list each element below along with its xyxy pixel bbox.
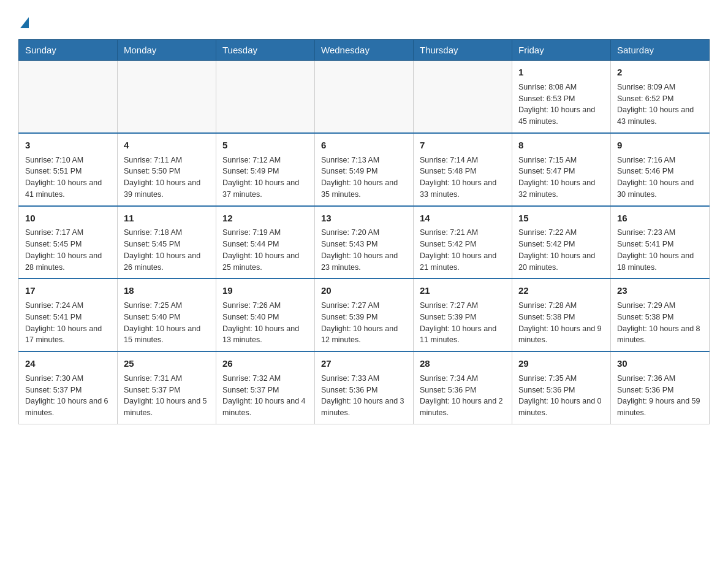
- calendar-day-cell: 30Sunrise: 7:36 AM Sunset: 5:36 PM Dayli…: [611, 351, 710, 424]
- day-sun-info: Sunrise: 7:23 AM Sunset: 5:41 PM Dayligh…: [617, 227, 703, 273]
- day-number: 2: [617, 66, 703, 79]
- day-sun-info: Sunrise: 7:10 AM Sunset: 5:51 PM Dayligh…: [25, 155, 111, 201]
- weekday-header-sunday: Sunday: [19, 40, 118, 61]
- day-number: 12: [222, 212, 308, 225]
- day-number: 26: [222, 357, 308, 370]
- day-sun-info: Sunrise: 7:24 AM Sunset: 5:41 PM Dayligh…: [25, 300, 111, 346]
- day-sun-info: Sunrise: 7:19 AM Sunset: 5:44 PM Dayligh…: [222, 227, 308, 273]
- calendar-day-cell: [19, 61, 118, 133]
- day-sun-info: Sunrise: 7:12 AM Sunset: 5:49 PM Dayligh…: [222, 155, 308, 201]
- calendar-day-cell: 11Sunrise: 7:18 AM Sunset: 5:45 PM Dayli…: [118, 206, 216, 279]
- weekday-header-wednesday: Wednesday: [315, 40, 414, 61]
- calendar-day-cell: [414, 61, 512, 133]
- calendar-day-cell: [216, 61, 315, 133]
- calendar-day-cell: 16Sunrise: 7:23 AM Sunset: 5:41 PM Dayli…: [611, 206, 710, 279]
- day-number: 8: [518, 139, 604, 152]
- calendar-day-cell: 18Sunrise: 7:25 AM Sunset: 5:40 PM Dayli…: [118, 278, 216, 351]
- weekday-header-tuesday: Tuesday: [216, 40, 315, 61]
- calendar-day-cell: 27Sunrise: 7:33 AM Sunset: 5:36 PM Dayli…: [315, 351, 414, 424]
- day-number: 10: [25, 212, 111, 225]
- day-sun-info: Sunrise: 7:29 AM Sunset: 5:38 PM Dayligh…: [617, 300, 703, 346]
- calendar-day-cell: 6Sunrise: 7:13 AM Sunset: 5:49 PM Daylig…: [315, 133, 414, 206]
- calendar-week-row: 17Sunrise: 7:24 AM Sunset: 5:41 PM Dayli…: [19, 278, 710, 351]
- day-number: 29: [518, 357, 604, 370]
- calendar-day-cell: 9Sunrise: 7:16 AM Sunset: 5:46 PM Daylig…: [611, 133, 710, 206]
- calendar-day-cell: 19Sunrise: 7:26 AM Sunset: 5:40 PM Dayli…: [216, 278, 315, 351]
- day-number: 9: [617, 139, 703, 152]
- calendar-day-cell: 17Sunrise: 7:24 AM Sunset: 5:41 PM Dayli…: [19, 278, 118, 351]
- day-number: 18: [124, 284, 210, 297]
- day-sun-info: Sunrise: 8:09 AM Sunset: 6:52 PM Dayligh…: [617, 82, 703, 128]
- day-number: 3: [25, 139, 111, 152]
- day-sun-info: Sunrise: 7:21 AM Sunset: 5:42 PM Dayligh…: [420, 227, 506, 273]
- day-number: 23: [617, 284, 703, 297]
- day-sun-info: Sunrise: 7:22 AM Sunset: 5:42 PM Dayligh…: [518, 227, 604, 273]
- calendar-week-row: 1Sunrise: 8:08 AM Sunset: 6:53 PM Daylig…: [19, 61, 710, 133]
- day-number: 21: [420, 284, 506, 297]
- calendar-day-cell: 7Sunrise: 7:14 AM Sunset: 5:48 PM Daylig…: [414, 133, 512, 206]
- day-number: 17: [25, 284, 111, 297]
- calendar-day-cell: 3Sunrise: 7:10 AM Sunset: 5:51 PM Daylig…: [19, 133, 118, 206]
- calendar-day-cell: 21Sunrise: 7:27 AM Sunset: 5:39 PM Dayli…: [414, 278, 512, 351]
- day-sun-info: Sunrise: 7:16 AM Sunset: 5:46 PM Dayligh…: [617, 155, 703, 201]
- day-number: 5: [222, 139, 308, 152]
- page-header: [18, 12, 710, 28]
- day-sun-info: Sunrise: 7:31 AM Sunset: 5:37 PM Dayligh…: [124, 373, 210, 419]
- day-sun-info: Sunrise: 7:26 AM Sunset: 5:40 PM Dayligh…: [222, 300, 308, 346]
- day-sun-info: Sunrise: 7:11 AM Sunset: 5:50 PM Dayligh…: [124, 155, 210, 201]
- day-sun-info: Sunrise: 7:18 AM Sunset: 5:45 PM Dayligh…: [124, 227, 210, 273]
- day-number: 25: [124, 357, 210, 370]
- calendar-day-cell: [118, 61, 216, 133]
- day-number: 30: [617, 357, 703, 370]
- calendar-day-cell: [315, 61, 414, 133]
- day-number: 16: [617, 212, 703, 225]
- calendar-day-cell: 22Sunrise: 7:28 AM Sunset: 5:38 PM Dayli…: [512, 278, 611, 351]
- day-sun-info: Sunrise: 7:25 AM Sunset: 5:40 PM Dayligh…: [124, 300, 210, 346]
- day-sun-info: Sunrise: 7:14 AM Sunset: 5:48 PM Dayligh…: [420, 155, 506, 201]
- calendar-day-cell: 20Sunrise: 7:27 AM Sunset: 5:39 PM Dayli…: [315, 278, 414, 351]
- day-sun-info: Sunrise: 7:17 AM Sunset: 5:45 PM Dayligh…: [25, 227, 111, 273]
- day-number: 28: [420, 357, 506, 370]
- calendar-day-cell: 14Sunrise: 7:21 AM Sunset: 5:42 PM Dayli…: [414, 206, 512, 279]
- day-sun-info: Sunrise: 7:28 AM Sunset: 5:38 PM Dayligh…: [518, 300, 604, 346]
- calendar-day-cell: 26Sunrise: 7:32 AM Sunset: 5:37 PM Dayli…: [216, 351, 315, 424]
- day-number: 22: [518, 284, 604, 297]
- calendar-day-cell: 28Sunrise: 7:34 AM Sunset: 5:36 PM Dayli…: [414, 351, 512, 424]
- calendar-day-cell: 13Sunrise: 7:20 AM Sunset: 5:43 PM Dayli…: [315, 206, 414, 279]
- day-number: 27: [321, 357, 407, 370]
- weekday-header-friday: Friday: [512, 40, 611, 61]
- day-number: 6: [321, 139, 407, 152]
- day-number: 20: [321, 284, 407, 297]
- calendar-week-row: 3Sunrise: 7:10 AM Sunset: 5:51 PM Daylig…: [19, 133, 710, 206]
- day-sun-info: Sunrise: 7:20 AM Sunset: 5:43 PM Dayligh…: [321, 227, 407, 273]
- weekday-header-saturday: Saturday: [611, 40, 710, 61]
- calendar-day-cell: 12Sunrise: 7:19 AM Sunset: 5:44 PM Dayli…: [216, 206, 315, 279]
- calendar-day-cell: 2Sunrise: 8:09 AM Sunset: 6:52 PM Daylig…: [611, 61, 710, 133]
- day-sun-info: Sunrise: 7:34 AM Sunset: 5:36 PM Dayligh…: [420, 373, 506, 419]
- day-number: 11: [124, 212, 210, 225]
- day-number: 14: [420, 212, 506, 225]
- calendar-day-cell: 8Sunrise: 7:15 AM Sunset: 5:47 PM Daylig…: [512, 133, 611, 206]
- day-number: 4: [124, 139, 210, 152]
- calendar-day-cell: 25Sunrise: 7:31 AM Sunset: 5:37 PM Dayli…: [118, 351, 216, 424]
- day-number: 7: [420, 139, 506, 152]
- calendar-day-cell: 5Sunrise: 7:12 AM Sunset: 5:49 PM Daylig…: [216, 133, 315, 206]
- weekday-header-thursday: Thursday: [414, 40, 512, 61]
- logo-triangle-icon: [20, 17, 29, 28]
- day-number: 24: [25, 357, 111, 370]
- calendar-day-cell: 15Sunrise: 7:22 AM Sunset: 5:42 PM Dayli…: [512, 206, 611, 279]
- calendar-table: SundayMondayTuesdayWednesdayThursdayFrid…: [18, 39, 710, 424]
- weekday-header-monday: Monday: [118, 40, 216, 61]
- calendar-week-row: 24Sunrise: 7:30 AM Sunset: 5:37 PM Dayli…: [19, 351, 710, 424]
- calendar-day-cell: 29Sunrise: 7:35 AM Sunset: 5:36 PM Dayli…: [512, 351, 611, 424]
- weekday-header-row: SundayMondayTuesdayWednesdayThursdayFrid…: [19, 40, 710, 61]
- calendar-day-cell: 23Sunrise: 7:29 AM Sunset: 5:38 PM Dayli…: [611, 278, 710, 351]
- day-sun-info: Sunrise: 7:33 AM Sunset: 5:36 PM Dayligh…: [321, 373, 407, 419]
- day-number: 1: [518, 66, 604, 79]
- day-sun-info: Sunrise: 7:27 AM Sunset: 5:39 PM Dayligh…: [420, 300, 506, 346]
- calendar-day-cell: 24Sunrise: 7:30 AM Sunset: 5:37 PM Dayli…: [19, 351, 118, 424]
- calendar-day-cell: 10Sunrise: 7:17 AM Sunset: 5:45 PM Dayli…: [19, 206, 118, 279]
- day-sun-info: Sunrise: 7:36 AM Sunset: 5:36 PM Dayligh…: [617, 373, 703, 419]
- day-number: 13: [321, 212, 407, 225]
- calendar-day-cell: 1Sunrise: 8:08 AM Sunset: 6:53 PM Daylig…: [512, 61, 611, 133]
